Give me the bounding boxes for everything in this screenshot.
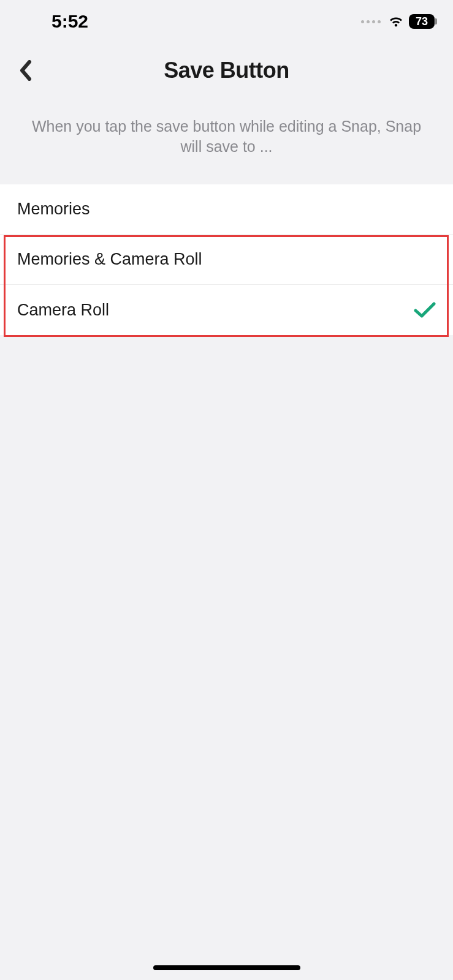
checkmark-icon [414,301,436,318]
option-memories-camera-roll[interactable]: Memories & Camera Roll [0,235,453,285]
status-time: 5:52 [51,11,88,32]
options-list: Memories Memories & Camera Roll Camera R… [0,184,453,335]
battery-icon: 73 [409,14,435,29]
chevron-left-icon [19,60,32,81]
option-label: Camera Roll [17,301,109,320]
page-title: Save Button [164,58,289,83]
signal-dots-icon [361,20,381,23]
battery-level: 73 [416,16,428,27]
nav-header: Save Button [0,43,453,98]
status-right: 73 [361,14,435,29]
option-memories[interactable]: Memories [0,184,453,235]
home-indicator[interactable] [153,965,300,970]
page-description: When you tap the save button while editi… [0,98,453,184]
back-button[interactable] [13,58,38,83]
option-label: Memories [17,200,90,219]
option-label: Memories & Camera Roll [17,250,202,269]
status-bar: 5:52 73 [0,0,453,43]
wifi-icon [388,15,404,28]
option-camera-roll[interactable]: Camera Roll [0,285,453,335]
